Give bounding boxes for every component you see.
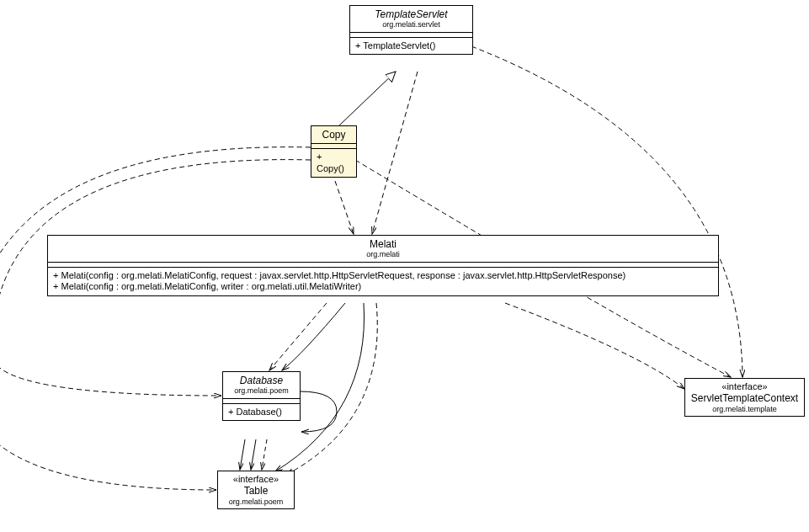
class-op: + Melati(config : org.melati.MelatiConfi… xyxy=(53,270,713,281)
class-ops-compartment: + Database() xyxy=(223,404,300,420)
class-package: org.melati xyxy=(53,250,713,259)
class-header: Database org.melati.poem xyxy=(223,372,300,399)
class-package: org.melati.template xyxy=(690,405,799,414)
class-stereotype: «interface» xyxy=(690,381,799,392)
class-op: + Copy() xyxy=(317,152,351,173)
class-package: org.melati.servlet xyxy=(355,20,467,29)
class-header: Copy xyxy=(311,126,356,144)
class-copy: Copy + Copy() xyxy=(311,125,357,178)
class-ops-compartment: + Copy() xyxy=(311,149,356,176)
class-servlet-template-context: «interface» ServletTemplateContext org.m… xyxy=(684,378,805,417)
class-ops-compartment: + TemplateServlet() xyxy=(350,38,472,54)
class-name: Table xyxy=(223,485,289,497)
class-op: + TemplateServlet() xyxy=(355,40,467,51)
class-header: Melati org.melati xyxy=(48,236,718,263)
class-name: Copy xyxy=(317,129,351,141)
class-name: Database xyxy=(228,375,295,386)
class-ops-compartment: + Melati(config : org.melati.MelatiConfi… xyxy=(48,268,718,295)
class-op: + Database() xyxy=(228,407,295,418)
class-header: «interface» ServletTemplateContext org.m… xyxy=(685,379,804,416)
class-template-servlet: TemplateServlet org.melati.servlet + Tem… xyxy=(349,5,473,55)
class-database: Database org.melati.poem + Database() xyxy=(222,371,301,421)
class-name: Melati xyxy=(53,238,713,250)
class-op: + Melati(config : org.melati.MelatiConfi… xyxy=(53,281,713,292)
class-melati: Melati org.melati + Melati(config : org.… xyxy=(47,235,719,296)
class-name: ServletTemplateContext xyxy=(690,392,799,404)
class-header: TemplateServlet org.melati.servlet xyxy=(350,6,472,33)
class-stereotype: «interface» xyxy=(223,474,289,485)
class-package: org.melati.poem xyxy=(228,386,295,396)
class-table: «interface» Table org.melati.poem xyxy=(217,471,295,509)
class-package: org.melati.poem xyxy=(223,497,289,507)
class-name: TemplateServlet xyxy=(355,8,467,20)
class-header: «interface» Table org.melati.poem xyxy=(218,471,294,508)
